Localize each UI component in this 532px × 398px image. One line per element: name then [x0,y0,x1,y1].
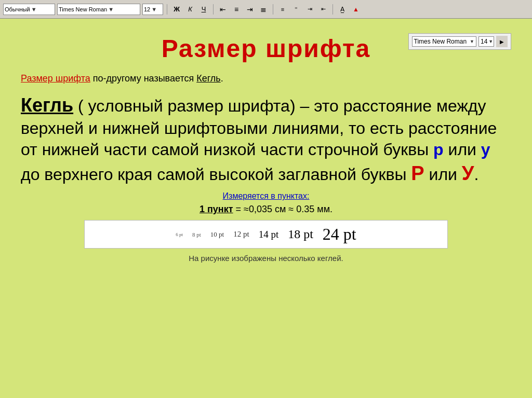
subtitle-part2: по-другому называется [90,73,196,84]
align-center-button[interactable]: ≡ [231,4,242,15]
main-text-rest1: ( условный размер шрифта) – это расстоян… [21,97,497,159]
subtitle-part1[interactable]: Размер шрифта [21,73,90,84]
bold-button[interactable]: Ж [171,4,182,15]
font-sizes-strip: 6 pt 8 pt 10 pt 12 pt 14 pt 18 pt 24 pt [84,220,448,249]
subtitle-part3[interactable]: Кегль [196,73,221,84]
separator-2 [213,4,214,15]
font-demo-extra[interactable]: ▶ [496,36,508,47]
letter-P-capital: Р [411,162,424,184]
one-point-label: 1 пункт [200,204,233,214]
main-text-or: или [424,165,462,184]
font-dropdown[interactable]: Times New Roman ▼ [57,4,140,15]
style-dropdown[interactable]: Обычный ▼ [3,4,55,15]
size-10pt: 10 pt [210,230,224,239]
underline-button[interactable]: Ч [198,4,209,15]
size-18pt: 18 pt [288,227,313,241]
separator-3 [273,4,273,15]
letter-p-small: р [433,140,444,159]
size-dropdown-arrow: ▼ [151,6,157,12]
main-text-mid: или [444,140,481,159]
separator-1 [167,4,167,15]
font-name-arrow: ▼ [470,39,474,44]
font-dropdown-arrow: ▼ [108,6,114,12]
measured-line: Измеряется в пунктах: [21,191,511,201]
kegl-word: Кегль [21,94,73,116]
size-12pt: 12 pt [233,230,249,239]
size-dropdown-label: 12 [144,6,150,12]
font-name-label: Times New Roman [414,38,467,45]
size-6pt: 6 pt [176,232,183,237]
subtitle-part4: . [221,73,223,84]
numbered-list-button[interactable]: ⁼ [290,4,302,15]
align-left-button[interactable]: ⇤ [217,4,229,15]
size-dropdown[interactable]: 12 ▼ [142,4,163,15]
font-size-arrow: ▼ [488,39,493,44]
letter-Y-capital: У [462,162,474,184]
outdent-button[interactable]: ⇤ [317,4,329,15]
main-text-dot: . [474,165,478,184]
align-right-button[interactable]: ⇥ [244,4,256,15]
style-dropdown-label: Обычный [5,6,30,12]
main-paragraph: Кегль ( условный размер шрифта) – это ра… [21,93,511,186]
indent-button[interactable]: ⇥ [304,4,315,15]
size-24pt: 24 pt [323,225,356,244]
subtitle-line: Размер шрифта по-другому называется Кегл… [21,73,511,84]
font-size-display[interactable]: 14 ▼ [478,36,494,47]
font-dropdown-label: Times New Roman [59,6,107,12]
style-dropdown-arrow: ▼ [31,6,37,12]
point-line: 1 пункт = ≈0,035 см ≈ 0.35 мм. [21,204,511,215]
separator-4 [332,4,333,15]
color-button[interactable]: ▲ [350,4,362,15]
main-content: Times New Roman ▼ 14 ▼ ▶ Размер шрифта Р… [0,19,532,398]
font-size-label: 14 [481,38,487,45]
size-14pt: 14 pt [259,229,279,240]
caption-text: На рисунке изображены несколько кеглей. [21,254,511,263]
align-justify-button[interactable]: ≣ [258,4,269,15]
main-text-rest2: до верхнего края самой высокой заглавной… [21,165,411,184]
font-demo-box: Times New Roman ▼ 14 ▼ ▶ [408,33,512,50]
letter-y-small: у [481,140,490,159]
toolbar: Обычный ▼ Times New Roman ▼ 12 ▼ Ж К Ч ⇤… [0,0,532,19]
size-8pt: 8 pt [192,231,201,238]
highlight-button[interactable]: A̲ [337,4,348,15]
font-name-display[interactable]: Times New Roman ▼ [412,36,477,47]
list-button[interactable]: ≡ [277,4,288,15]
italic-button[interactable]: К [184,4,196,15]
point-line-rest: = ≈0,035 см ≈ 0.35 мм. [233,204,332,214]
